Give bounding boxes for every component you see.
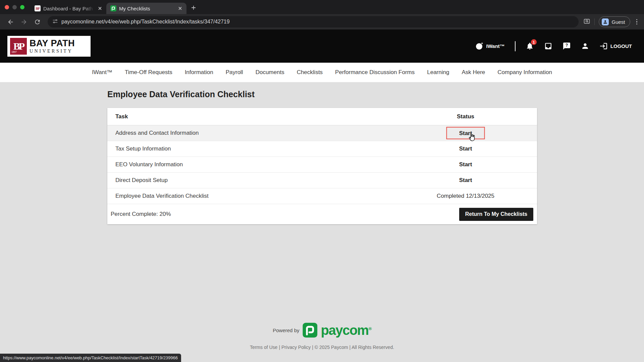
baypath-monogram-icon: BP 1897 bbox=[10, 38, 27, 55]
guest-avatar-icon bbox=[602, 18, 609, 25]
address-bar[interactable]: paycomonline.net/v4/ee/web.php/TaskCheck… bbox=[48, 16, 579, 27]
iwant-label: IWant™ bbox=[486, 43, 505, 49]
page-title: Employee Data Verification Checklist bbox=[107, 89, 255, 99]
table-row: Tax Setup Information Start bbox=[107, 141, 537, 157]
logo-line2: UNIVERSITY bbox=[30, 49, 75, 54]
monogram-year: 1897 bbox=[11, 51, 17, 54]
window-minimize-button[interactable] bbox=[12, 5, 17, 9]
logo-text: BAY PATH UNIVERSITY bbox=[30, 38, 75, 54]
paycom-logo-icon bbox=[303, 323, 317, 338]
iwant-button[interactable]: IWant™ bbox=[475, 42, 505, 50]
percent-complete: Percent Complete: 20% bbox=[111, 211, 171, 218]
table-row: EEO Voluntary Information Start bbox=[107, 157, 537, 173]
terms-of-use-link[interactable]: Terms of Use bbox=[250, 345, 277, 350]
nav-item-learning[interactable]: Learning bbox=[427, 69, 449, 76]
forward-button[interactable] bbox=[18, 16, 30, 27]
table-header-row: Task Status bbox=[107, 108, 537, 125]
logout-button[interactable]: LOGOUT bbox=[599, 42, 632, 50]
start-link[interactable]: Start bbox=[459, 145, 472, 152]
logout-label: LOGOUT bbox=[610, 43, 632, 49]
start-button[interactable]: Start bbox=[446, 127, 485, 139]
task-label: Address and Contact Information bbox=[115, 130, 199, 136]
nav-item-performance-discussion-forms[interactable]: Performance Discussion Forms bbox=[335, 69, 415, 76]
baypath-logo[interactable]: BP 1897 BAY PATH UNIVERSITY bbox=[7, 36, 91, 57]
tab-dashboard[interactable]: BP Dashboard - Bay Path Univers bbox=[31, 3, 106, 14]
browser-menu-icon[interactable] bbox=[634, 19, 640, 25]
legal-separator: | bbox=[279, 345, 280, 350]
privacy-policy-link[interactable]: Privacy Policy bbox=[281, 345, 311, 350]
legal-separator: | bbox=[312, 345, 313, 350]
guest-label: Guest bbox=[611, 19, 625, 25]
notification-badge: 1 bbox=[531, 39, 537, 45]
back-button[interactable] bbox=[5, 16, 16, 27]
browser-toolbar: paycomonline.net/v4/ee/web.php/TaskCheck… bbox=[0, 14, 644, 29]
copyright-text: © 2025 Paycom | All Rights Reserved. bbox=[315, 345, 394, 350]
tab-my-checklists[interactable]: My Checklists bbox=[106, 3, 186, 14]
paycom-favicon-icon bbox=[110, 5, 116, 11]
profile-guest-button[interactable]: Guest bbox=[599, 16, 630, 27]
nav-item-information[interactable]: Information bbox=[185, 69, 213, 76]
nav-item-time-off-requests[interactable]: Time-Off Requests bbox=[125, 69, 172, 76]
mouse-cursor-icon bbox=[467, 133, 476, 142]
svg-text:?: ? bbox=[566, 43, 568, 48]
person-icon bbox=[581, 42, 589, 50]
notifications-button[interactable]: 1 bbox=[526, 42, 534, 50]
completed-status: Completed 12/13/2025 bbox=[437, 193, 494, 199]
task-label: Employee Data Verification Checklist bbox=[115, 193, 209, 199]
logo-line1: BAY PATH bbox=[30, 38, 75, 49]
app-header: BP 1897 BAY PATH UNIVERSITY IWant™ 1 bbox=[0, 29, 644, 63]
inbox-button[interactable] bbox=[544, 42, 552, 50]
new-tab-button[interactable] bbox=[189, 3, 199, 13]
registered-mark: ® bbox=[369, 326, 371, 331]
help-icon: ? bbox=[562, 42, 571, 50]
nav-item-company-information[interactable]: Company Information bbox=[497, 69, 552, 76]
checklist-table: Task Status Address and Contact Informat… bbox=[107, 108, 537, 224]
start-link[interactable]: Start bbox=[459, 177, 472, 184]
paycom-wordmark: paycom® bbox=[321, 323, 371, 337]
tab-close-icon[interactable] bbox=[177, 5, 183, 11]
nav-item-payroll[interactable]: Payroll bbox=[226, 69, 243, 76]
profile-button[interactable] bbox=[581, 42, 589, 50]
tab-title: My Checklists bbox=[119, 6, 174, 11]
link-preview-statusbar: https://www.paycomonline.net/v4/ee/web.p… bbox=[0, 354, 181, 362]
page-content: Employee Data Verification Checklist Tas… bbox=[0, 82, 644, 362]
powered-by-paycom: Powered by paycom® bbox=[273, 323, 371, 338]
table-footer: Percent Complete: 20% Return To My Check… bbox=[107, 204, 537, 224]
baypath-favicon-icon: BP bbox=[35, 5, 41, 11]
window-controls bbox=[5, 0, 31, 14]
paycom-brand-text: paycom bbox=[321, 323, 368, 338]
help-button[interactable]: ? bbox=[562, 42, 571, 50]
browser-tab-strip: BP Dashboard - Bay Path Univers My Check… bbox=[0, 0, 644, 14]
table-row: Direct Deposit Setup Start bbox=[107, 173, 537, 188]
nav-item-iwant[interactable]: IWant™ bbox=[92, 69, 112, 76]
column-header-status: Status bbox=[457, 113, 474, 120]
nav-item-documents[interactable]: Documents bbox=[256, 69, 284, 76]
window-zoom-button[interactable] bbox=[20, 5, 24, 9]
tab-close-icon[interactable] bbox=[97, 5, 103, 11]
powered-by-label: Powered by bbox=[273, 327, 299, 333]
task-label: EEO Voluntary Information bbox=[115, 161, 183, 168]
header-actions: IWant™ 1 ? LOGOUT bbox=[475, 41, 632, 51]
table-row: Employee Data Verification Checklist Com… bbox=[107, 188, 537, 204]
toolbar-divider bbox=[594, 18, 595, 25]
window-close-button[interactable] bbox=[5, 5, 9, 9]
task-label: Tax Setup Information bbox=[115, 145, 171, 152]
iwant-icon bbox=[475, 42, 484, 50]
return-to-checklists-button[interactable]: Return To My Checklists bbox=[459, 208, 533, 221]
url-text[interactable]: paycomonline.net/v4/ee/web.php/TaskCheck… bbox=[61, 19, 230, 25]
monogram-letters: BP bbox=[13, 41, 23, 52]
site-settings-icon[interactable] bbox=[52, 18, 58, 25]
header-divider bbox=[515, 41, 516, 51]
column-header-task: Task bbox=[115, 113, 128, 120]
nav-item-ask-here[interactable]: Ask Here bbox=[462, 69, 485, 76]
legal-footer: Terms of Use|Privacy Policy|© 2025 Payco… bbox=[0, 345, 644, 350]
inbox-icon bbox=[544, 42, 552, 50]
nav-item-checklists[interactable]: Checklists bbox=[297, 69, 323, 76]
tab-search-icon[interactable] bbox=[583, 18, 590, 26]
start-link[interactable]: Start bbox=[459, 161, 472, 168]
tab-title: Dashboard - Bay Path Univers bbox=[43, 6, 94, 11]
main-nav: IWant™ Time-Off Requests Information Pay… bbox=[0, 63, 644, 82]
task-label: Direct Deposit Setup bbox=[115, 177, 168, 184]
reload-button[interactable] bbox=[32, 16, 43, 27]
toolbar-right: Guest bbox=[583, 16, 639, 27]
